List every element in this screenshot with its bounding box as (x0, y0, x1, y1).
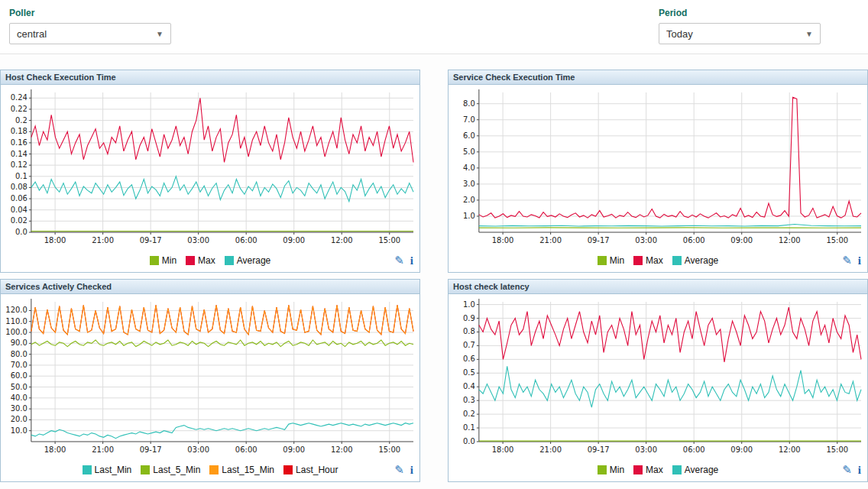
legend-label: Last_5_Min (153, 465, 200, 475)
svg-text:110.0: 110.0 (5, 317, 27, 325)
svg-text:18:00: 18:00 (44, 236, 66, 244)
legend-item-max[interactable]: Max (633, 255, 663, 266)
legend-label: Last_15_Min (222, 465, 274, 475)
legend-item-last-min[interactable]: Last_Min (83, 465, 132, 475)
svg-text:09-17: 09-17 (588, 445, 610, 454)
legend-label: Min (610, 465, 624, 475)
legend-swatch (283, 465, 293, 474)
svg-text:21:00: 21:00 (92, 445, 114, 454)
svg-text:70.0: 70.0 (11, 361, 28, 369)
svg-text:90.0: 90.0 (11, 338, 28, 347)
svg-text:06:00: 06:00 (683, 445, 705, 454)
svg-text:0.0: 0.0 (463, 437, 475, 445)
svg-text:15:00: 15:00 (378, 445, 400, 454)
svg-text:0.4: 0.4 (463, 382, 475, 390)
svg-text:09:00: 09:00 (283, 236, 305, 244)
legend-item-last-5-min[interactable]: Last_5_Min (141, 465, 200, 475)
legend-item-average[interactable]: Average (672, 255, 718, 266)
svg-text:100.0: 100.0 (5, 328, 27, 336)
svg-text:0.0: 0.0 (15, 228, 28, 236)
legend-item-average[interactable]: Average (225, 255, 270, 266)
svg-text:0.06: 0.06 (11, 194, 28, 202)
panel-icons: ✎ i (842, 249, 861, 272)
chart-area: 1.02.03.04.05.06.07.08.018:0021:0009-170… (449, 85, 867, 249)
panel-footer: Min Max Average ✎ i (449, 458, 867, 481)
poller-selected-value: central (17, 28, 47, 40)
svg-text:03:00: 03:00 (635, 236, 657, 244)
chart-area: 10.020.030.040.050.060.070.080.090.0100.… (1, 294, 419, 458)
panel-footer: Last_Min Last_5_Min Last_15_Min Last_Hou… (1, 458, 419, 481)
info-icon[interactable]: i (858, 254, 861, 267)
panel-title: Service Check Execution Time (449, 70, 867, 85)
legend-swatch (598, 256, 607, 265)
svg-text:0.02: 0.02 (11, 216, 28, 225)
chart-host-check-execution-time[interactable]: 0.00.020.040.060.080.10.120.140.160.180.… (1, 85, 419, 249)
info-icon[interactable]: i (410, 254, 413, 267)
legend-label: Average (685, 465, 718, 475)
legend-item-last-hour[interactable]: Last_Hour (283, 465, 338, 475)
svg-text:0.12: 0.12 (11, 160, 28, 169)
svg-text:0.6: 0.6 (463, 355, 475, 363)
svg-text:18:00: 18:00 (492, 236, 514, 244)
svg-text:09:00: 09:00 (283, 445, 305, 454)
poller-select[interactable]: central ▼ (9, 23, 171, 44)
legend-swatch (225, 256, 234, 265)
edit-icon[interactable]: ✎ (394, 254, 404, 267)
panel-services-actively-checked: Services Actively Checked 10.020.030.040… (0, 279, 420, 482)
svg-text:0.9: 0.9 (463, 314, 475, 322)
svg-text:12:00: 12:00 (331, 236, 353, 244)
svg-text:6.0: 6.0 (463, 131, 475, 140)
legend-item-max[interactable]: Max (633, 465, 663, 475)
legend-swatch (150, 256, 159, 265)
svg-text:0.8: 0.8 (463, 327, 475, 335)
svg-text:12:00: 12:00 (779, 445, 801, 454)
legend-item-average[interactable]: Average (672, 465, 718, 475)
svg-text:03:00: 03:00 (187, 236, 209, 244)
svg-text:80.0: 80.0 (11, 350, 28, 358)
svg-text:0.14: 0.14 (11, 150, 28, 158)
legend-label: Max (198, 255, 215, 266)
legend-item-min[interactable]: Min (598, 465, 624, 475)
svg-text:8.0: 8.0 (463, 99, 475, 108)
legend-swatch (633, 256, 643, 265)
period-label: Period (659, 8, 821, 18)
svg-text:06:00: 06:00 (235, 445, 257, 454)
legend-item-min[interactable]: Min (598, 255, 624, 266)
chart-host-check-latency[interactable]: 0.00.10.20.30.40.50.60.70.80.91.018:0021… (449, 294, 867, 458)
svg-text:0.3: 0.3 (463, 396, 475, 404)
svg-text:0.5: 0.5 (463, 368, 475, 377)
svg-text:0.18: 0.18 (11, 127, 28, 135)
legend-swatch (672, 465, 682, 474)
chart-service-check-execution-time[interactable]: 1.02.03.04.05.06.07.08.018:0021:0009-170… (449, 85, 867, 249)
chart-services-actively-checked[interactable]: 10.020.030.040.050.060.070.080.090.0100.… (1, 294, 419, 458)
svg-text:09:00: 09:00 (730, 445, 753, 454)
period-select[interactable]: Today ▼ (659, 23, 821, 44)
svg-text:12:00: 12:00 (779, 236, 801, 244)
svg-text:1.0: 1.0 (463, 300, 475, 309)
edit-icon[interactable]: ✎ (842, 463, 852, 477)
svg-text:0.7: 0.7 (463, 341, 475, 349)
svg-text:09-17: 09-17 (140, 236, 162, 244)
legend-item-max[interactable]: Max (186, 255, 215, 266)
svg-text:15:00: 15:00 (826, 445, 848, 454)
svg-text:0.1: 0.1 (15, 172, 28, 180)
legend-item-min[interactable]: Min (150, 255, 177, 266)
svg-text:4.0: 4.0 (463, 164, 475, 172)
legend-item-last-15-min[interactable]: Last_15_Min (209, 465, 274, 475)
chart-area: 0.00.020.040.060.080.10.120.140.160.180.… (1, 85, 419, 249)
info-icon[interactable]: i (858, 464, 861, 477)
legend-label: Min (162, 255, 177, 266)
legend-label: Max (646, 255, 663, 266)
legend-swatch (141, 465, 150, 474)
legend-swatch (672, 256, 682, 265)
period-filter-group: Period Today ▼ (659, 8, 821, 44)
info-icon[interactable]: i (410, 464, 413, 477)
legend-label: Min (610, 255, 624, 266)
period-selected-value: Today (666, 28, 693, 40)
svg-text:50.0: 50.0 (11, 382, 28, 390)
edit-icon[interactable]: ✎ (842, 254, 852, 267)
svg-text:15:00: 15:00 (826, 236, 848, 244)
edit-icon[interactable]: ✎ (394, 463, 404, 477)
svg-text:03:00: 03:00 (187, 445, 209, 454)
panel-service-check-execution-time: Service Check Execution Time 1.02.03.04.… (448, 70, 868, 273)
